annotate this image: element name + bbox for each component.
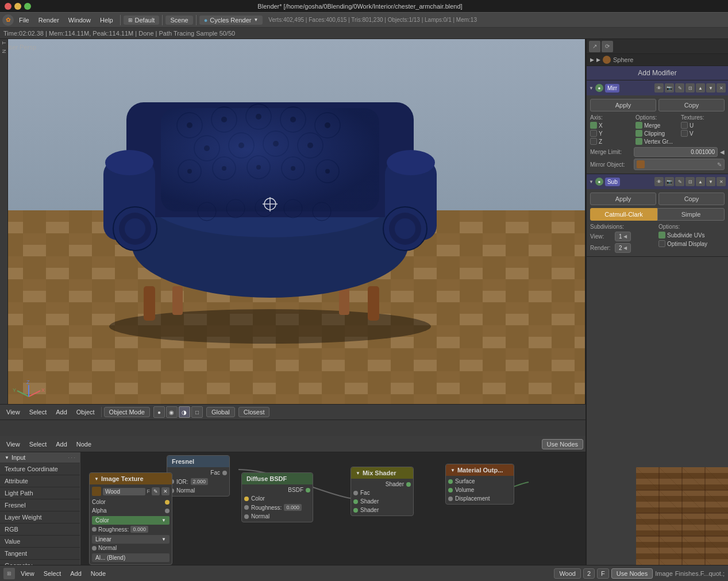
sub-render-btn[interactable]: 📷 bbox=[665, 177, 674, 186]
linear-select[interactable]: Linear ▼ bbox=[92, 535, 170, 544]
ne-item-texture-coord[interactable]: Texture Coordinate bbox=[0, 463, 80, 475]
bottom-add-menu[interactable]: Add bbox=[67, 569, 85, 578]
frame-field[interactable]: 2 bbox=[583, 568, 595, 579]
mix-shader-node[interactable]: ▼ Mix Shader Shader Fac Shader bbox=[350, 467, 414, 516]
sub-enable-btn[interactable]: ● bbox=[595, 178, 603, 186]
mix-shader1-input[interactable]: Shader bbox=[351, 497, 413, 506]
render-value-field[interactable]: 2 ◀ bbox=[615, 243, 631, 253]
mirr-delete-btn[interactable]: ✕ bbox=[717, 83, 726, 93]
close-btn[interactable] bbox=[5, 3, 11, 10]
ne-item-geometry[interactable]: Geometry bbox=[0, 560, 80, 565]
ne-node-menu[interactable]: Node bbox=[72, 440, 95, 449]
shading-btn-4[interactable]: □ bbox=[191, 406, 203, 418]
object-mode-selector[interactable]: Object Mode bbox=[104, 407, 150, 417]
v-checkbox[interactable] bbox=[681, 130, 688, 137]
mix-shader-output[interactable]: Shader bbox=[351, 480, 413, 488]
menu-render[interactable]: Render bbox=[34, 16, 63, 25]
fresnel-input-ior[interactable]: IOR: 2.000 bbox=[167, 477, 229, 486]
u-checkbox[interactable] bbox=[681, 122, 688, 129]
merge-checkbox[interactable] bbox=[635, 122, 642, 129]
sub-cage-btn[interactable]: ⊡ bbox=[685, 177, 695, 186]
mirror-obj-picker[interactable]: ✎ bbox=[717, 161, 722, 168]
sub-delete-btn[interactable]: ✕ bbox=[717, 177, 726, 186]
img-btn1[interactable]: ✎ bbox=[152, 487, 160, 495]
interpolation-select[interactable]: Al... (Blend) bbox=[92, 553, 170, 562]
fresnel-node[interactable]: Fresnel Fac IOR: 2.000 Normal bbox=[167, 455, 230, 497]
clipping-checkbox[interactable] bbox=[635, 130, 642, 137]
maximize-btn[interactable] bbox=[24, 3, 31, 10]
panel-icon-1[interactable]: ↗ bbox=[589, 41, 600, 52]
mirr-down-btn[interactable]: ▼ bbox=[706, 83, 715, 93]
f-field[interactable]: F bbox=[597, 568, 609, 579]
menu-window[interactable]: Window bbox=[64, 16, 95, 25]
sub-apply-btn[interactable]: Apply bbox=[590, 193, 656, 205]
img-color-output[interactable]: Color bbox=[92, 498, 170, 506]
mirror-modifier-header[interactable]: ▼ ● Mirr 👁 📷 ✎ ⊡ ▲ ▼ ✕ bbox=[587, 80, 728, 95]
color-select[interactable]: Color ▼ bbox=[92, 516, 170, 525]
sub-down-btn[interactable]: ▼ bbox=[706, 177, 715, 186]
panel-icon-2[interactable]: ⟳ bbox=[602, 41, 613, 52]
mat-volume-input[interactable]: Volume bbox=[446, 486, 514, 494]
optimal-display-chk[interactable] bbox=[658, 240, 665, 247]
bottom-node-menu[interactable]: Node bbox=[87, 569, 109, 578]
bottom-icon-1[interactable]: ⊞ bbox=[3, 568, 15, 579]
catmull-clark-btn[interactable]: Catmull-Clark bbox=[590, 208, 657, 221]
diffuse-bsdf-output[interactable]: BSDF bbox=[242, 486, 313, 494]
image-texture-node[interactable]: ▼ Image Texture Wood F ✎ ✕ Color bbox=[89, 472, 172, 565]
subdivision-modifier-header[interactable]: ▼ ● Sub 👁 📷 ✎ ⊡ ▲ ▼ ✕ bbox=[587, 174, 728, 189]
add-menu-viewport[interactable]: Add bbox=[52, 407, 71, 417]
mirror-copy-btn[interactable]: Copy bbox=[658, 99, 725, 111]
diffuse-bsdf-node[interactable]: Diffuse BSDF BSDF Color Roughness: 0.000 bbox=[241, 472, 313, 522]
ne-item-tangent[interactable]: Tangent bbox=[0, 548, 80, 560]
minimize-btn[interactable] bbox=[14, 3, 21, 10]
shading-btn-1[interactable]: ● bbox=[153, 406, 165, 418]
material-selector[interactable]: Wood bbox=[554, 568, 581, 579]
add-modifier-btn[interactable]: Add Modifier bbox=[587, 66, 728, 80]
subdivide-uvs-chk[interactable] bbox=[658, 232, 665, 238]
scene-selector[interactable]: Scene bbox=[165, 16, 192, 25]
viewport[interactable]: User Persp X Y Z User Persp bbox=[0, 39, 586, 420]
ne-add-menu[interactable]: Add bbox=[52, 440, 71, 449]
mirr-edit-btn[interactable]: ✎ bbox=[675, 83, 684, 93]
bottom-view-menu[interactable]: View bbox=[17, 569, 38, 578]
y-checkbox[interactable] bbox=[590, 130, 597, 137]
ne-item-rgb[interactable]: RGB bbox=[0, 524, 80, 536]
use-nodes-bottom-btn[interactable]: Use Nodes bbox=[611, 568, 653, 579]
material-name-field[interactable]: Wood bbox=[103, 488, 145, 495]
mirr-cage-btn[interactable]: ⊡ bbox=[685, 83, 695, 93]
view-menu-viewport[interactable]: View bbox=[2, 407, 24, 417]
img-texture-expand[interactable]: ▼ bbox=[94, 476, 99, 482]
z-checkbox[interactable] bbox=[590, 138, 597, 145]
x-checkbox[interactable] bbox=[590, 122, 597, 129]
menu-file[interactable]: File bbox=[15, 16, 33, 25]
mix-fac-input[interactable]: Fac bbox=[351, 488, 413, 497]
sub-up-btn[interactable]: ▲ bbox=[696, 177, 705, 186]
shading-btn-3[interactable]: ◑ bbox=[179, 406, 190, 418]
sub-copy-btn[interactable]: Copy bbox=[658, 193, 725, 205]
ne-item-fresnel[interactable]: Fresnel bbox=[0, 499, 80, 511]
ne-item-light-path[interactable]: Light Path bbox=[0, 487, 80, 499]
bottom-select-menu[interactable]: Select bbox=[40, 569, 65, 578]
img-alpha-output[interactable]: Alpha bbox=[92, 506, 170, 515]
view-value-field[interactable]: 1 ◀ bbox=[615, 232, 631, 241]
img-btn2[interactable]: ✕ bbox=[161, 487, 170, 495]
diffuse-normal-input[interactable]: Normal bbox=[242, 512, 313, 521]
mat-surface-input[interactable]: Surface bbox=[446, 477, 514, 486]
select-menu-viewport[interactable]: Select bbox=[25, 407, 51, 417]
render-engine-selector[interactable]: ● Cycles Render ▼ bbox=[199, 16, 263, 25]
sub-edit-btn[interactable]: ✎ bbox=[675, 177, 684, 186]
menu-help[interactable]: Help bbox=[96, 16, 117, 25]
object-menu-viewport[interactable]: Object bbox=[72, 407, 99, 417]
ne-select-menu[interactable]: Select bbox=[25, 440, 51, 449]
mirr-up-btn[interactable]: ▲ bbox=[696, 83, 705, 93]
blender-logo[interactable]: ✿ bbox=[2, 14, 14, 26]
snap-selector[interactable]: Closest bbox=[238, 407, 270, 417]
merge-limit-field[interactable]: 0.001000 bbox=[634, 147, 718, 157]
ne-item-attribute[interactable]: Attribute bbox=[0, 475, 80, 487]
global-selector[interactable]: Global bbox=[206, 407, 235, 417]
material-output-node[interactable]: ▼ Material Outp... Surface Volume Displa… bbox=[445, 464, 514, 505]
ne-view-menu[interactable]: View bbox=[2, 440, 24, 449]
simple-btn[interactable]: Simple bbox=[657, 208, 725, 221]
mirr-render-btn[interactable]: 📷 bbox=[665, 83, 674, 93]
modifier-enable-btn[interactable]: ● bbox=[595, 84, 603, 92]
